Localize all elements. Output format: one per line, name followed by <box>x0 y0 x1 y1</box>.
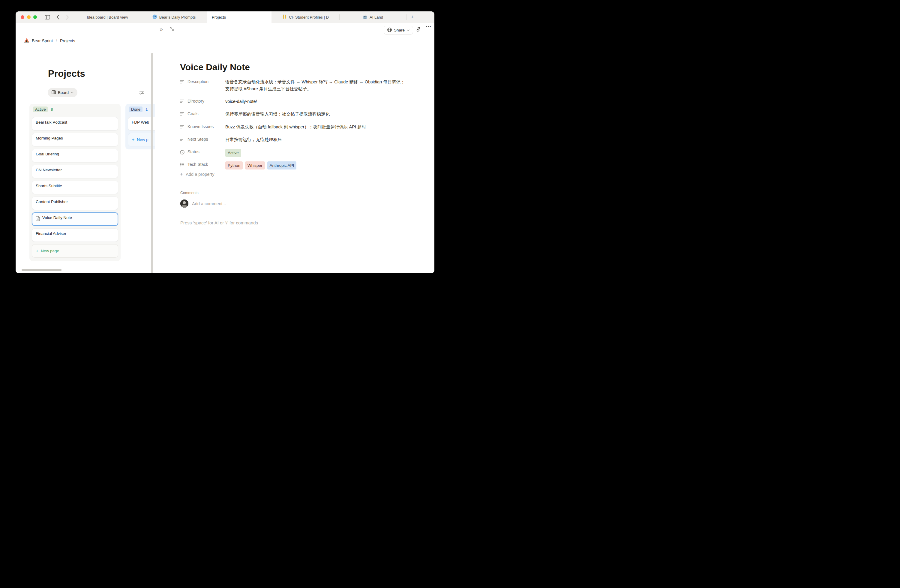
divider <box>180 213 405 213</box>
board-card-selected[interactable]: Voice Daily Note <box>32 213 118 226</box>
card-title: Financial Adviser <box>36 231 66 236</box>
board-card[interactable]: BearTalk Podcast <box>32 117 118 130</box>
tech-stack-tag[interactable]: Python <box>225 161 243 169</box>
property-next-steps[interactable]: Next Steps <box>180 136 225 143</box>
text-property-icon <box>180 80 185 84</box>
comment-input[interactable]: Add a comment... <box>192 201 226 206</box>
card-title: Content Publisher <box>36 200 68 204</box>
new-page-button[interactable]: + New page <box>32 244 118 258</box>
board-card[interactable]: Shorts Subtitle <box>32 181 118 194</box>
minimize-window-button[interactable] <box>27 15 31 19</box>
property-row: Directory voice-daily-note/ <box>180 98 405 105</box>
property-label: Next Steps <box>188 137 208 141</box>
forward-icon[interactable] <box>64 14 71 20</box>
page-peek-pane: » Share ••• Voice Daily Note Description… <box>155 23 434 273</box>
back-icon[interactable] <box>54 14 61 20</box>
more-options-icon[interactable]: ••• <box>426 25 432 29</box>
tab-label: Bear’s Daily Prompts <box>159 15 196 20</box>
view-selector[interactable]: Board <box>48 88 78 97</box>
view-selector-label: Board <box>58 90 69 95</box>
property-value[interactable]: voice-daily-note/ <box>225 98 405 105</box>
plus-icon: + <box>180 172 183 177</box>
card-title: Voice Daily Note <box>42 216 72 220</box>
board-view-icon <box>51 90 56 95</box>
tech-stack-tag[interactable]: Whisper <box>245 161 265 169</box>
chevron-down-icon <box>407 29 410 31</box>
sidebar-toggle-icon[interactable] <box>44 14 51 20</box>
comment-input-row[interactable]: Add a comment... <box>180 200 226 208</box>
editor-placeholder[interactable]: Press ‘space’ for AI or ‘/’ for commands <box>180 220 258 225</box>
copy-link-icon[interactable] <box>416 26 421 33</box>
board-column-active: Active 8 BearTalk Podcast Morning Pages … <box>29 104 121 261</box>
tab-cf-student-profiles[interactable]: CF Student Profiles | D <box>272 11 339 23</box>
board-column-done: Done 1 FDP Web + New p <box>126 104 155 149</box>
property-value[interactable]: 保持零摩擦的语音输入习惯；社交帖子提取流程稳定化 <box>225 111 405 118</box>
status-tag[interactable]: Active <box>225 149 241 157</box>
card-title: CN Newsletter <box>36 168 62 172</box>
property-tech-stack[interactable]: Tech Stack <box>180 161 225 169</box>
column-header[interactable]: Done 1 <box>129 107 147 112</box>
board-card[interactable]: CN Newsletter <box>32 165 118 178</box>
column-header[interactable]: Active 8 <box>33 107 53 112</box>
plus-icon: + <box>132 137 134 142</box>
add-property-label: Add a property <box>186 172 214 177</box>
property-known-issues[interactable]: Known Issues <box>180 124 225 130</box>
board-card[interactable]: Financial Adviser <box>32 228 118 242</box>
plus-icon: + <box>410 14 414 20</box>
column-status-tag: Active <box>33 107 48 112</box>
tab-label: Projects <box>212 15 226 20</box>
text-property-icon <box>180 137 185 141</box>
vertical-scrollbar[interactable] <box>151 53 153 273</box>
column-status-tag: Done <box>129 107 143 112</box>
new-page-label: New page <box>41 249 59 253</box>
breadcrumb-current[interactable]: Projects <box>60 39 75 43</box>
property-directory[interactable]: Directory <box>180 98 225 105</box>
property-goals[interactable]: Goals <box>180 111 225 118</box>
property-row: Next Steps 日常按需运行，无待处理积压 <box>180 136 405 143</box>
close-peek-icon[interactable]: » <box>160 26 162 33</box>
tab-idea-board[interactable]: Idea board | Board view <box>74 11 141 23</box>
new-page-button[interactable]: + New p <box>128 133 155 146</box>
tab-label: AI Land <box>369 15 383 20</box>
breadcrumb-workspace[interactable]: Bear Sprint <box>32 39 53 43</box>
text-property-icon <box>180 112 185 116</box>
property-label: Known Issues <box>188 124 214 129</box>
property-value[interactable]: Buzz 偶发失败（自动 fallback 到 whisper）；夜间批量运行偶… <box>225 124 405 130</box>
new-tab-button[interactable]: + <box>409 14 416 21</box>
property-label: Tech Stack <box>188 162 208 167</box>
app-window: Idea board | Board view Bear’s Daily Pro… <box>16 11 434 273</box>
property-status[interactable]: Status <box>180 149 225 157</box>
property-row: Goals 保持零摩擦的语音输入习惯；社交帖子提取流程稳定化 <box>180 111 405 118</box>
property-label: Directory <box>188 99 204 104</box>
board-card[interactable]: Goal Briefing <box>32 149 118 162</box>
board-card[interactable]: Content Publisher <box>32 197 118 210</box>
tab-ai-land[interactable]: AI Land <box>340 11 406 23</box>
board-card[interactable]: Morning Pages <box>32 133 118 146</box>
property-value[interactable]: 日常按需运行，无待处理积压 <box>225 136 405 143</box>
share-button[interactable]: Share <box>384 26 413 34</box>
property-value[interactable]: Active <box>225 149 405 157</box>
card-title: Morning Pages <box>36 136 63 140</box>
property-value[interactable]: 语音备忘录自动化流水线：录音文件 → Whisper 转写 → Claude 精… <box>225 79 405 92</box>
card-title: Goal Briefing <box>36 152 59 156</box>
horizontal-scrollbar[interactable] <box>22 269 62 271</box>
tab-bears-daily-prompts[interactable]: Bear’s Daily Prompts <box>141 11 207 23</box>
add-property-button[interactable]: + Add a property <box>180 172 214 177</box>
text-property-icon <box>180 99 185 103</box>
plus-icon: + <box>36 249 39 253</box>
column-count: 8 <box>51 107 53 112</box>
robot-icon <box>363 14 368 20</box>
property-description[interactable]: Description <box>180 79 225 92</box>
property-value[interactable]: Python Whisper Anthropic API <box>225 161 405 169</box>
board-card[interactable]: FDP Web <box>128 117 155 130</box>
text-property-icon <box>180 125 185 129</box>
peek-page-title: Voice Daily Note <box>180 62 250 72</box>
tech-stack-tag[interactable]: Anthropic API <box>267 161 297 169</box>
close-window-button[interactable] <box>21 15 24 19</box>
breadcrumb: Bear Sprint / Projects <box>24 38 75 43</box>
tab-projects[interactable]: Projects <box>207 11 272 23</box>
expand-page-icon[interactable] <box>169 27 174 33</box>
view-options-icon[interactable] <box>138 89 145 96</box>
tent-icon <box>24 38 29 43</box>
zoom-window-button[interactable] <box>33 15 37 19</box>
